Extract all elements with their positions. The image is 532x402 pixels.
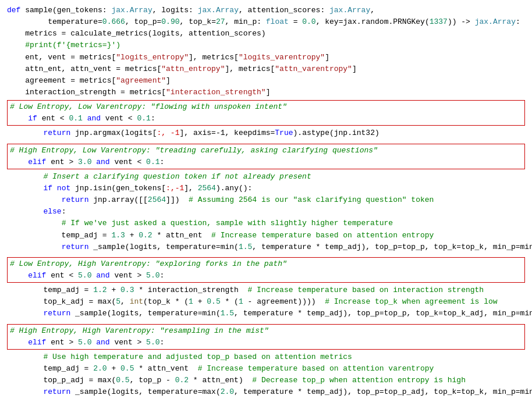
code-line: temp_adj = 2.0 + 0.5 * attn_vent # Incre… — [7, 363, 525, 375]
code-line: # Low Entropy, Low Varentropy: "flowing … — [10, 101, 522, 113]
code-line: metrics = calculate_metrics(logits, atte… — [7, 28, 525, 40]
code-line: return jnp.array([[2564]]) # Assuming 25… — [7, 194, 525, 206]
high-entropy-high-var-box: # High Entropy, High Varentropy: "resamp… — [7, 324, 525, 350]
code-line: temp_adj = 1.3 + 0.2 * attn_ent # Increa… — [7, 230, 525, 241]
low-entropy-high-var-box: # Low Entropy, High Varentropy: "explori… — [7, 257, 525, 283]
code-line: return jnp.argmax(logits[:, -1], axis=-1… — [7, 127, 525, 139]
code-line: elif ent > 5.0 and vent > 5.0: — [10, 337, 522, 348]
code-line: # Insert a clarifying question token if … — [7, 171, 525, 183]
code-line: interaction_strength = metrics["interact… — [7, 87, 525, 98]
code-line: return _sample(logits, temperature=max(2… — [7, 386, 525, 398]
code-line: temp_adj = 1.2 + 0.3 * interaction_stren… — [7, 284, 525, 296]
code-line: elif ent > 3.0 and vent < 0.1: — [10, 156, 522, 168]
code-line: # High Entropy, High Varentropy: "resamp… — [10, 325, 522, 337]
code-line: if not jnp.isin(gen_tokens[:,-1], 2564).… — [7, 183, 525, 194]
code-line: #print(f'{metrics=}') — [7, 40, 525, 51]
low-entropy-box: # Low Entropy, Low Varentropy: "flowing … — [7, 100, 525, 126]
code-line: return _sample(logits, temperature=min(1… — [7, 241, 525, 253]
code-line: elif ent < 5.0 and vent > 5.0: — [10, 270, 522, 282]
code-line: # If we've just asked a question, sample… — [7, 218, 525, 229]
code-line: temperature=0.666, top_p=0.90, top_k=27,… — [7, 16, 525, 28]
code-line: ent, vent = metrics["logits_entropy"], m… — [7, 52, 525, 63]
code-line: # High Entropy, Low Varentropy: "treadin… — [10, 145, 522, 156]
high-entropy-low-var-box: # High Entropy, Low Varentropy: "treadin… — [7, 144, 525, 169]
code-container: def sample(gen_tokens: jax.Array, logits… — [0, 0, 532, 402]
code-line: else: — [7, 206, 525, 218]
code-line: return _sample(logits, temperature=min(1… — [7, 308, 525, 319]
code-line: def sample(gen_tokens: jax.Array, logits… — [7, 5, 525, 16]
code-line: top_p_adj = max(0.5, top_p - 0.2 * attn_… — [7, 375, 525, 386]
code-line: attn_ent, attn_vent = metrics["attn_entr… — [7, 63, 525, 75]
code-line: if ent < 0.1 and vent < 0.1: — [10, 113, 522, 124]
code-line: # Low Entropy, High Varentropy: "explori… — [10, 258, 522, 270]
code-line: agreement = metrics["agreement"] — [7, 75, 525, 87]
code-line: # Use high temperature and adjusted top_… — [7, 351, 525, 363]
code-line: top_k_adj = max(5, int(top_k * (1 + 0.5 … — [7, 296, 525, 308]
